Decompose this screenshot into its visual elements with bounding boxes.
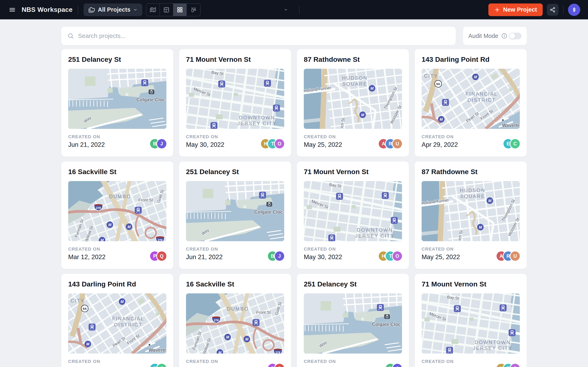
svg-text:JERSEY CITY: JERSEY CITY xyxy=(355,233,395,239)
map-mount-vernon: Bay St Mercer St DOWNTOWN JERSEY CITY xyxy=(304,181,402,241)
camera-icon xyxy=(384,314,390,319)
map-thumbnail[interactable]: K CITY FINANCIAL DISTRICT Pearl St Front… xyxy=(68,293,166,354)
map-thumbnail[interactable]: DUMBO Front St Gold St Furman St Willow … xyxy=(186,293,284,354)
fullscreen-button[interactable] xyxy=(311,6,433,13)
card-footer: CREATED ON Apr 29, 2022 EC xyxy=(68,359,166,367)
svg-text:HUDSON: HUDSON xyxy=(342,75,367,81)
map-delancey: Colgate Cloc Way xyxy=(304,293,402,354)
train-icon xyxy=(135,207,142,214)
project-title: 71 Mount Vernon St xyxy=(422,280,520,288)
tools-button[interactable] xyxy=(440,6,562,13)
card-meta: CREATED ON May 25, 2022 xyxy=(304,134,342,149)
map-thumbnail[interactable]: K CITY FINANCIAL DISTRICT Pearl St Front… xyxy=(422,69,520,129)
map-thumbnail[interactable]: Bay St Mercer St DOWNTOWN JERSEY CITY xyxy=(422,293,520,354)
project-title: 251 Delancey St xyxy=(68,55,166,63)
avatar-group: ARU xyxy=(379,139,402,149)
svg-text:9A: 9A xyxy=(436,82,440,86)
created-on-label: CREATED ON xyxy=(304,359,340,364)
map-thumbnail[interactable]: DUMBO Front St Gold St Furman St Willow … xyxy=(68,181,166,241)
route-9a-shield: 9A xyxy=(435,80,442,87)
avatar-group: PQ xyxy=(150,251,166,261)
created-on-label: CREATED ON xyxy=(422,247,460,252)
info-icon[interactable] xyxy=(501,33,507,39)
created-date: May 25, 2022 xyxy=(304,141,342,149)
svg-text:K CITY: K CITY xyxy=(68,298,85,303)
train-icon xyxy=(89,324,95,331)
avatar-group: BJ xyxy=(268,251,284,261)
card-footer: CREATED ON Apr 29, 2022 EC xyxy=(422,134,520,149)
project-title: 251 Delancey St xyxy=(186,167,284,176)
map-thumbnail[interactable]: Bay St Mercer St DOWNTOWN JERSEY CITY xyxy=(186,69,284,129)
svg-text:DISTRICT: DISTRICT xyxy=(114,322,143,327)
map-mount-vernon: Bay St Mercer St DOWNTOWN JERSEY CITY xyxy=(186,69,284,129)
created-date: Jun 21, 2022 xyxy=(304,366,340,367)
avatar-group: HTO xyxy=(497,364,520,367)
card-footer: CREATED ON May 25, 2022 ARU xyxy=(422,247,520,261)
wrench-icon xyxy=(440,6,562,13)
project-title: 87 Rathdowne St xyxy=(304,55,402,63)
svg-text:Colgate Cloc: Colgate Cloc xyxy=(136,97,165,102)
created-on-label: CREATED ON xyxy=(304,134,342,140)
created-on-label: CREATED ON xyxy=(186,359,223,364)
gear-icon xyxy=(160,6,282,13)
svg-text:M: M xyxy=(474,75,477,79)
project-title: 87 Rathdowne St xyxy=(422,167,520,176)
project-card[interactable]: 71 Mount Vernon St Bay St Mercer St DOWN… xyxy=(297,161,409,269)
card-meta: CREATED ON Mar 12, 2022 xyxy=(186,359,223,367)
project-title: 251 Delancey St xyxy=(304,280,402,288)
map-thumbnail[interactable]: Colgate Cloc Way xyxy=(304,293,402,354)
camera-icon xyxy=(149,90,154,94)
avatar-group: HTO xyxy=(379,251,402,261)
project-card[interactable]: 251 Delancey St Colgate Clo xyxy=(61,49,173,157)
svg-text:278: 278 xyxy=(276,351,280,354)
train-icon xyxy=(377,304,384,311)
avatar: O xyxy=(510,364,520,367)
project-card[interactable]: 143 Darling Point Rd K CITY FINANCIAL xyxy=(61,274,173,367)
svg-text:M: M xyxy=(218,351,222,354)
svg-text:M: M xyxy=(128,225,131,229)
svg-text:M: M xyxy=(440,117,443,122)
project-card[interactable]: 71 Mount Vernon St Bay St Mercer St DOWN… xyxy=(415,274,527,367)
map-thumbnail[interactable]: Holland Tunnel HUDSON SQUARE Thompson St… xyxy=(422,181,520,241)
expand-icon xyxy=(311,6,433,13)
avatar: O xyxy=(275,139,284,149)
project-card[interactable]: 251 Delancey St Colgate Clo xyxy=(179,161,291,269)
search-input[interactable] xyxy=(78,33,450,39)
layers-button[interactable] xyxy=(26,6,154,13)
project-card[interactable]: 143 Darling Point Rd K CITY FINANCIAL xyxy=(415,49,527,157)
created-date: Jun 21, 2022 xyxy=(186,253,223,261)
search-icon xyxy=(67,33,74,39)
audit-mode-toggle[interactable] xyxy=(509,33,521,39)
card-footer: CREATED ON May 30, 2022 HTO xyxy=(422,359,520,367)
created-date: May 30, 2022 xyxy=(186,141,224,149)
card-footer: CREATED ON May 30, 2022 HTO xyxy=(186,134,284,149)
main-content: Audit Mode 251 Delancey St xyxy=(0,19,588,367)
svg-text:Wavertree: Wavertree xyxy=(149,347,166,353)
map-delancey: Colgate Cloc Way xyxy=(186,181,284,241)
project-card[interactable]: 71 Mount Vernon St Bay St Mercer St DOWN… xyxy=(179,49,291,157)
project-card[interactable]: 251 Delancey St Colgate Clo xyxy=(297,274,409,367)
account-avatar-button[interactable] xyxy=(568,4,580,16)
card-footer: CREATED ON Jun 21, 2022 BJ xyxy=(186,247,284,261)
train-icon xyxy=(442,99,449,106)
svg-text:DISTRICT: DISTRICT xyxy=(467,97,496,103)
map-thumbnail[interactable]: Colgate Cloc Way xyxy=(68,69,166,129)
map-thumbnail[interactable]: Colgate Cloc Way xyxy=(186,181,284,241)
svg-text:HUDSON: HUDSON xyxy=(460,188,485,193)
settings-button[interactable] xyxy=(160,6,288,13)
card-meta: CREATED ON Jun 21, 2022 xyxy=(68,134,105,149)
project-card[interactable]: 87 Rathdowne St Holland Tunnel HUDSON SQ… xyxy=(415,161,527,269)
search-box xyxy=(61,27,456,45)
map-thumbnail[interactable]: Bay St Mercer St DOWNTOWN JERSEY CITY xyxy=(304,181,402,241)
project-card[interactable]: 16 Sackville St DUMBO Front St Gold St F… xyxy=(61,161,173,269)
project-card[interactable]: 16 Sackville St DUMBO Front St Gold St F… xyxy=(179,274,291,367)
avatar: J xyxy=(393,364,402,367)
svg-text:M: M xyxy=(361,113,364,117)
avatar: U xyxy=(510,251,520,261)
created-date: May 25, 2022 xyxy=(422,253,460,261)
menu-button[interactable] xyxy=(8,5,17,14)
project-card[interactable]: 87 Rathdowne St Holland Tunnel HUDSON SQ… xyxy=(297,49,409,157)
svg-text:278: 278 xyxy=(214,319,219,322)
map-thumbnail[interactable]: Holland Tunnel HUDSON SQUARE Thompson St… xyxy=(304,69,402,129)
card-meta: CREATED ON May 30, 2022 xyxy=(422,359,460,367)
